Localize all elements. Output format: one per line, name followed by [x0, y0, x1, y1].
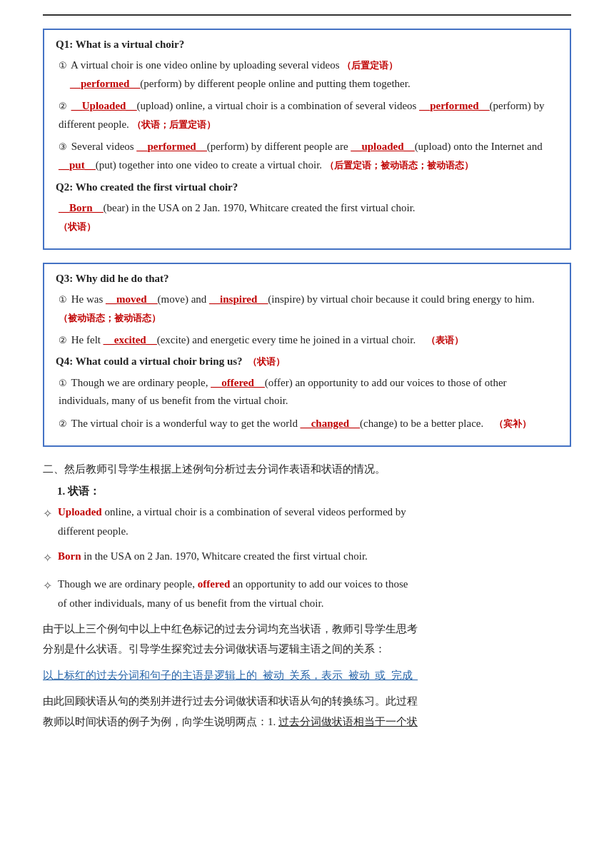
section2-sub: 1. 状语：: [57, 485, 571, 498]
bullet-item-2: ✧ Born in the USA on 2 Jan. 1970, Whitca…: [43, 547, 571, 569]
top-divider: [43, 14, 571, 16]
diamond-icon-2: ✧: [43, 548, 52, 569]
grammar-tag-8: （宾补）: [494, 418, 531, 429]
grammar-tag-4: （状语）: [59, 221, 96, 232]
para3-block: 由此回顾状语从句的类别并进行过去分词做状语和状语从句的转换练习。此过程 教师以时…: [43, 691, 571, 732]
circle-num-6: ①: [59, 378, 67, 388]
bullet-item-1: ✧ Uploaded online, a virtual choir is a …: [43, 503, 571, 541]
q1-answer-3: ③ Several videos __performed__(perform) …: [56, 138, 558, 174]
para1-block: 由于以上三个例句中以上中红色标记的过去分词均充当状语，教师引导学生思考 分别是什…: [43, 619, 571, 660]
q2-label: Q2: Who created the first virtual choir?: [56, 181, 558, 193]
diamond-icon-3: ✧: [43, 576, 52, 597]
q3-answer-1: ① He was __moved__(move) and __inspired_…: [56, 291, 558, 327]
word-excited-1: __excited__: [104, 334, 157, 345]
word-uploaded-1: __Uploaded__: [71, 100, 137, 111]
circle-num-2: ②: [59, 101, 67, 111]
q2-answer: __Born__(bear) in the USA on 2 Jan. 1970…: [56, 199, 558, 236]
diamond-icon-1: ✧: [43, 504, 52, 525]
grammar-tag-3: （后置定语；被动语态；被动语态）: [325, 160, 473, 171]
para2-block: 以上标红的过去分词和句子的主语是逻辑上的_被动_关系，表示_被动_或_完成_: [43, 665, 571, 686]
circle-num-4: ①: [59, 294, 67, 305]
q4-answer-2: ② The virtual choir is a wonderful way t…: [56, 415, 558, 433]
word-performed-3: __performed__: [136, 141, 206, 152]
bullet-text-1: Uploaded online, a virtual choir is a co…: [58, 503, 571, 541]
word-born-bullet: Born: [58, 550, 81, 562]
word-performed-1: __performed__: [70, 78, 140, 89]
word-born-1: __Born__: [59, 202, 104, 213]
para2-blue-text: 以上标红的过去分词和句子的主语是逻辑上的_被动_关系，表示_被动_或_完成_: [43, 670, 418, 681]
grammar-tag-7: （状语）: [248, 356, 285, 367]
bullet-text-2: Born in the USA on 2 Jan. 1970, Whitcare…: [58, 547, 571, 566]
bullet-text-3: Though we are ordinary people, offered a…: [58, 575, 571, 613]
q3-label: Q3: Why did he do that?: [56, 273, 558, 285]
circle-num-1: ①: [59, 60, 67, 71]
word-performed-2: __performed__: [419, 100, 489, 111]
word-changed-1: __changed__: [301, 418, 360, 429]
q4-answer-1: ① Though we are ordinary people, __offer…: [56, 374, 558, 410]
q4-label: Q4: What could a virtual choir bring us?…: [56, 355, 558, 368]
q3-answer-2: ② He felt __excited__(excite) and energe…: [56, 331, 558, 350]
underline-text: 过去分词做状语相当于一个状: [278, 716, 418, 727]
circle-num-3: ③: [59, 141, 67, 152]
word-put-1: __put__: [59, 159, 96, 171]
word-uploaded-2: __uploaded__: [351, 141, 414, 152]
grammar-tag-6: （表语）: [426, 335, 463, 345]
word-uploaded-bullet: Uploaded: [58, 506, 102, 518]
word-offered-bullet: offered: [198, 578, 231, 590]
word-inspired-1: __inspired__: [209, 293, 268, 305]
q1-q2-box: Q1: What is a virtual choir? ① A virtual…: [43, 29, 571, 250]
page-container: Q1: What is a virtual choir? ① A virtual…: [0, 0, 614, 868]
grammar-tag-5: （被动语态；被动语态）: [59, 313, 161, 323]
circle-num-7: ②: [59, 418, 67, 429]
circle-num-5: ②: [59, 335, 67, 345]
q1-label: Q1: What is a virtual choir?: [56, 39, 558, 51]
section2-intro: 二、然后教师引导学生根据上述例句分析过去分词作表语和状语的情况。: [43, 460, 571, 479]
q3-q4-box: Q3: Why did he do that? ① He was __moved…: [43, 263, 571, 447]
q1-answer-1: ① A virtual choir is one video online by…: [56, 56, 558, 93]
grammar-tag-1: （后置定语）: [342, 60, 398, 71]
q1-answer-2: ② __Uploaded__(upload) online, a virtual…: [56, 97, 558, 133]
word-offered-1: __offered__: [211, 377, 265, 388]
grammar-tag-2: （状语；后置定语）: [132, 119, 216, 130]
word-moved-1: __moved__: [106, 293, 158, 305]
bullet-item-3: ✧ Though we are ordinary people, offered…: [43, 575, 571, 613]
